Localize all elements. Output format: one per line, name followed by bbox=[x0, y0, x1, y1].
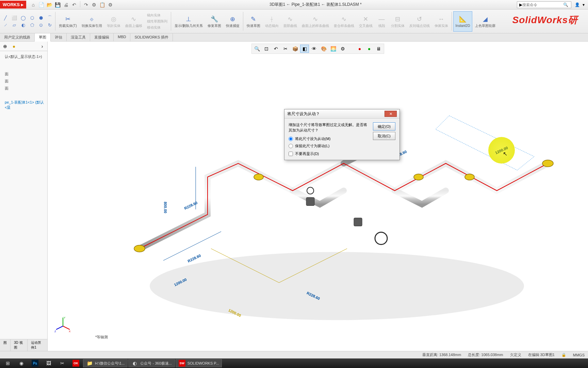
task-solidworks[interactable]: SWSOLIDWORKS P... bbox=[176, 359, 222, 367]
graphics-viewport[interactable]: 🔍 ⊡ ↶ ✂ 📦 ◧ 👁 🎨 🌅 ⚙ ● ● 🖥 bbox=[48, 42, 588, 353]
tab-sketch[interactable]: 草图 bbox=[35, 33, 51, 42]
qat-open[interactable]: 📂 bbox=[46, 1, 53, 9]
command-search[interactable]: ▶ 🔍 bbox=[517, 1, 571, 8]
help-dropdown[interactable]: ▾ bbox=[583, 2, 585, 7]
user-icon[interactable]: 👤 bbox=[575, 2, 580, 7]
linear-pattern-label[interactable]: 线性草图阵列 bbox=[147, 19, 167, 24]
dialog-titlebar[interactable]: 将尺寸设为从动？ ✕ bbox=[284, 109, 399, 119]
qat-undo[interactable]: ↶ bbox=[70, 1, 78, 9]
fit-spline-button[interactable]: ∿套合样条曲线 bbox=[332, 11, 356, 32]
dialog-close-button[interactable]: ✕ bbox=[385, 111, 397, 117]
equidist-button[interactable]: ◎等距实体 bbox=[105, 11, 122, 32]
ellipse-tool[interactable]: ◐ bbox=[19, 21, 27, 28]
dim-800[interactable]: 800.00 bbox=[163, 202, 167, 213]
active-dimension-highlight[interactable]: 1200.00 bbox=[488, 137, 515, 164]
qat-settings[interactable]: ⚙ bbox=[107, 1, 114, 9]
line-tool[interactable]: ╱ bbox=[1, 14, 10, 21]
segment-button[interactable]: —线段 bbox=[375, 11, 388, 32]
status-units[interactable]: MMGS bbox=[573, 353, 585, 357]
task-ok[interactable]: OK bbox=[69, 359, 82, 367]
status-bar: 垂直距离: 1368.148mm 总长度: 1065.038mm 欠定义 在编辑… bbox=[0, 351, 588, 358]
ok-button[interactable]: 确定(O) bbox=[373, 122, 395, 131]
tab-render[interactable]: 渲染工具 bbox=[67, 33, 90, 41]
rapid-sketch-button[interactable]: ✎快速草图 bbox=[245, 11, 262, 32]
btab-3dview[interactable]: 3D 视图 bbox=[11, 339, 28, 351]
radio-driven-input[interactable] bbox=[289, 137, 293, 141]
spline-tool[interactable]: ⬠ bbox=[28, 21, 36, 28]
btab-motion[interactable]: 运动算例1 bbox=[28, 339, 48, 351]
poly-tool[interactable]: ⬡ bbox=[28, 14, 36, 21]
tree-assembly[interactable]: pe_1-装配体1<1> (默认<显 bbox=[2, 99, 45, 111]
show-hide-button[interactable]: ⊥显示/删除几何关系 bbox=[173, 11, 205, 32]
task-360browser[interactable]: ◐公众号 - 360极速... bbox=[128, 359, 175, 367]
title-bar: WORKS▶ ⌂ 📄 📂 💾 🖨 ↶ ↷ ⚙ 📋 ⚙ 3D草图1 ← Pipe_… bbox=[0, 0, 588, 10]
intersect-button[interactable]: ✕交叉曲线 bbox=[357, 11, 375, 32]
status-lock-icon[interactable]: 🔒 bbox=[561, 353, 566, 357]
radio-driving-input[interactable] bbox=[289, 144, 293, 148]
parallelogram-tool[interactable]: ▱ bbox=[10, 21, 18, 28]
btab-model[interactable]: 图 bbox=[0, 339, 11, 351]
cancel-button[interactable]: 取消(C) bbox=[373, 132, 395, 140]
fillet-tool[interactable]: ↻ bbox=[46, 21, 54, 28]
split-button[interactable]: ⊟分割实体 bbox=[389, 11, 407, 32]
task-explorer[interactable]: 📁H:\微信公众号\1... bbox=[83, 359, 128, 367]
dialog-radio-driving[interactable]: 保留此尺寸为驱动(L) bbox=[289, 143, 395, 149]
surf-curve-button[interactable]: ∿面部曲线 bbox=[281, 11, 299, 32]
slot-tool[interactable]: ⬢ bbox=[37, 14, 45, 21]
tree-face-1[interactable]: 面 bbox=[2, 71, 45, 78]
qat-options[interactable]: 📋 bbox=[99, 1, 106, 9]
oncurve-button[interactable]: ∿曲面上偏移 bbox=[123, 11, 144, 32]
search-input[interactable] bbox=[522, 3, 563, 7]
rect-tool[interactable]: ⬜ bbox=[10, 14, 18, 21]
qat-save[interactable]: 💾 bbox=[54, 1, 62, 9]
qat-rebuild[interactable]: ⚙ bbox=[91, 1, 98, 9]
task-browser[interactable]: ◉ bbox=[15, 359, 28, 367]
shade-sketch-button[interactable]: ◢上色草图轮廓 bbox=[473, 11, 497, 32]
dialog-dont-show[interactable]: 不要再显示(D) bbox=[289, 151, 395, 156]
task-gallery[interactable]: 🖼 bbox=[42, 359, 55, 367]
task-photoshop[interactable]: Ps bbox=[29, 359, 42, 367]
tree-face-3[interactable]: 面 bbox=[2, 85, 45, 92]
convert-button[interactable]: ⟐转换实体引用 bbox=[80, 11, 104, 32]
qat-new[interactable]: 📄 bbox=[38, 1, 45, 9]
start-button[interactable]: ⊞ bbox=[1, 359, 14, 367]
sidebar-tab-tree[interactable]: ⊕ bbox=[1, 43, 9, 50]
search-play-icon: ▶ bbox=[519, 2, 522, 7]
tab-mbd[interactable]: MBD bbox=[114, 33, 130, 41]
svg-text:Y: Y bbox=[64, 316, 66, 319]
stretch-button[interactable]: ↔伸展实体 bbox=[432, 11, 450, 32]
radio-driven-label: 将此尺寸设为从动(M) bbox=[295, 136, 331, 141]
arc-tool[interactable]: ⌒ bbox=[46, 14, 54, 21]
sidebar-tab-expand[interactable]: › bbox=[38, 43, 46, 50]
trim-button[interactable]: ✂剪裁实体(T) bbox=[57, 11, 79, 32]
tab-user-route[interactable]: 用户定义的线路 bbox=[0, 33, 35, 41]
sidebar-tab-appearance[interactable]: ● bbox=[10, 43, 18, 50]
mirror-label[interactable]: 镜向实体 bbox=[147, 13, 167, 18]
spline-surf-button[interactable]: ∿曲面上的样条曲线 bbox=[300, 11, 331, 32]
task-snip[interactable]: ✂ bbox=[56, 359, 69, 367]
tab-direct-edit[interactable]: 直接编辑 bbox=[90, 33, 114, 41]
checkbox-dont-show[interactable] bbox=[289, 152, 293, 156]
instant2d-button[interactable]: 📐Instant2D bbox=[453, 11, 473, 32]
logo[interactable]: WORKS▶ bbox=[0, 1, 26, 9]
centerline-tool[interactable]: ⟋ bbox=[1, 21, 10, 28]
tab-evaluate[interactable]: 评估 bbox=[51, 33, 67, 41]
move-label[interactable]: 移动实体 bbox=[147, 25, 167, 30]
tree-state[interactable]: 认<默认_显示状态-1>) bbox=[2, 53, 45, 60]
ribbon-sep bbox=[55, 12, 55, 31]
svg-line-13 bbox=[63, 326, 70, 329]
circle-tool[interactable]: ◯ bbox=[19, 14, 27, 21]
dynamic-mirror-button[interactable]: ⟊动态镜向 bbox=[263, 11, 281, 32]
orientation-triad[interactable]: Y X Z bbox=[54, 316, 71, 333]
qat-select[interactable]: ↷ bbox=[82, 1, 90, 9]
tab-addins[interactable]: SOLIDWORKS 插件 bbox=[130, 33, 173, 41]
repair-button[interactable]: 🔧修复草图 bbox=[206, 11, 223, 32]
point-tool[interactable]: ⊙ bbox=[37, 21, 45, 28]
reverse-button[interactable]: ↺反转端点切线 bbox=[407, 11, 432, 32]
tree-face-2[interactable]: 面 bbox=[2, 78, 45, 85]
quick-snap-button[interactable]: ⊕快速捕捉 bbox=[224, 11, 242, 32]
qat-print[interactable]: 🖨 bbox=[62, 1, 70, 9]
segment-label: 线段 bbox=[378, 24, 385, 28]
qat-home[interactable]: ⌂ bbox=[30, 1, 37, 9]
search-icon[interactable]: 🔍 bbox=[563, 2, 568, 7]
